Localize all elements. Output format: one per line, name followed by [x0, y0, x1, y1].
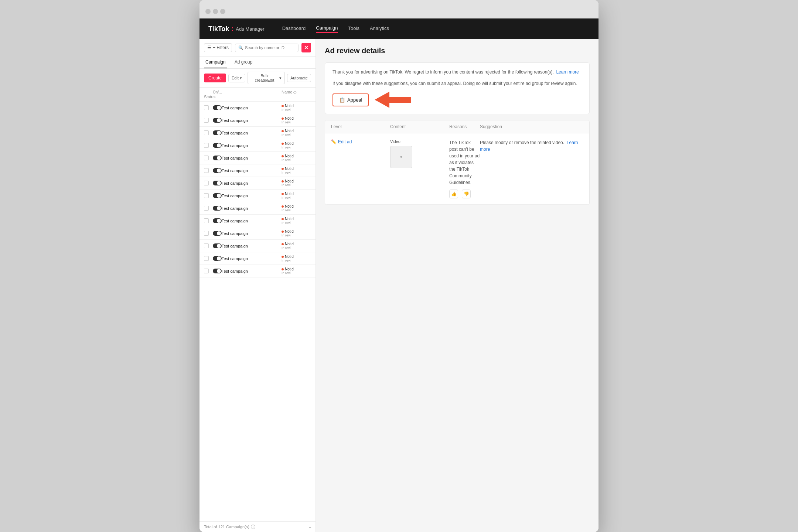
- campaign-name: Test campaign: [222, 219, 282, 223]
- bulk-chevron-icon: ▾: [279, 76, 282, 81]
- suggestion-main: Please modify or remove the related vide…: [480, 140, 564, 145]
- campaign-row[interactable]: Test campaign Not d In revi: [200, 152, 316, 164]
- row-checkbox[interactable]: [204, 118, 209, 123]
- campaign-name: Test campaign: [222, 206, 282, 211]
- row-toggle[interactable]: [213, 269, 222, 273]
- search-box[interactable]: 🔍: [235, 44, 299, 52]
- row-toggle[interactable]: [213, 168, 222, 173]
- status-cell: Not d In revi: [282, 179, 311, 187]
- row-toggle[interactable]: [213, 105, 222, 110]
- campaign-row[interactable]: Test campaign Not d In revi: [200, 227, 316, 240]
- status-review: In revi: [282, 108, 291, 112]
- status-text: Not d: [282, 204, 294, 208]
- reason-text: The TikTok post can't be used in your ad…: [449, 139, 480, 186]
- row-toggle[interactable]: [213, 143, 222, 148]
- campaign-row[interactable]: Test campaign Not d In revi: [200, 177, 316, 190]
- edit-icon: ✏️: [331, 139, 337, 144]
- row-checkbox[interactable]: [204, 156, 209, 160]
- campaign-row[interactable]: Test campaign Not d In revi: [200, 190, 316, 202]
- status-review: In revi: [282, 133, 291, 137]
- row-toggle[interactable]: [213, 118, 222, 123]
- arrow-annotation: [375, 92, 411, 108]
- row-toggle[interactable]: [213, 256, 222, 261]
- nav-campaign[interactable]: Campaign: [316, 25, 338, 33]
- row-toggle[interactable]: [213, 206, 222, 211]
- brand-logo: TikTok: Ads Manager: [208, 25, 265, 33]
- row-toggle[interactable]: [213, 218, 222, 223]
- appeal-doc-icon: 📋: [339, 97, 345, 103]
- row-checkbox[interactable]: [204, 130, 209, 135]
- campaign-row[interactable]: Test campaign Not d In revi: [200, 127, 316, 139]
- suggestion-text: Please modify or remove the related vide…: [480, 139, 583, 153]
- create-button[interactable]: Create: [204, 74, 226, 82]
- edit-button[interactable]: Edit ▾: [228, 74, 245, 82]
- review-table-header: Level Content Reasons Suggestion: [325, 120, 589, 133]
- filters-label: + Filters: [213, 45, 229, 50]
- appeal-section: 📋 Appeal: [332, 92, 582, 108]
- row-checkbox[interactable]: [204, 143, 209, 148]
- tab-campaign[interactable]: Campaign: [204, 57, 227, 68]
- row-checkbox[interactable]: [204, 193, 209, 198]
- campaign-row[interactable]: Test campaign Not d In revi: [200, 102, 316, 114]
- row-toggle[interactable]: [213, 181, 222, 185]
- main-layout: ☰ + Filters 🔍 ✕ Campaign Ad group Create…: [200, 39, 598, 532]
- status-review: In revi: [282, 120, 291, 124]
- edit-ad-link[interactable]: ✏️ Edit ad: [331, 139, 390, 144]
- th-content: Content: [390, 124, 449, 129]
- thumbup-button[interactable]: 👍: [449, 190, 458, 198]
- campaign-row[interactable]: Test campaign Not d In revi: [200, 139, 316, 152]
- campaign-row[interactable]: Test campaign Not d In revi: [200, 164, 316, 177]
- row-checkbox[interactable]: [204, 206, 209, 211]
- row-toggle[interactable]: [213, 231, 222, 236]
- status-text: Not d: [282, 116, 294, 120]
- tab-adgroup[interactable]: Ad group: [233, 57, 254, 68]
- nav-dashboard[interactable]: Dashboard: [282, 25, 306, 33]
- appeal-button[interactable]: 📋 Appeal: [332, 93, 369, 106]
- traffic-light-close: [205, 9, 211, 14]
- campaign-name: Test campaign: [222, 168, 282, 173]
- row-checkbox[interactable]: [204, 181, 209, 185]
- campaign-name: Test campaign: [222, 156, 282, 160]
- row-checkbox[interactable]: [204, 243, 209, 248]
- row-toggle[interactable]: [213, 156, 222, 160]
- campaign-name: Test campaign: [222, 106, 282, 110]
- bulk-create-button[interactable]: Bulk create/Edit ▾: [248, 72, 285, 84]
- nav-analytics[interactable]: Analytics: [370, 25, 389, 33]
- row-checkbox[interactable]: [204, 168, 209, 173]
- row-toggle[interactable]: [213, 130, 222, 135]
- filters-button[interactable]: ☰ + Filters: [204, 43, 232, 52]
- row-checkbox[interactable]: [204, 256, 209, 261]
- campaign-row[interactable]: Test campaign Not d In revi: [200, 252, 316, 265]
- automate-button[interactable]: Automate: [287, 74, 311, 82]
- campaign-row[interactable]: Test campaign Not d In revi: [200, 114, 316, 127]
- row-toggle[interactable]: [213, 243, 222, 248]
- left-panel: ☰ + Filters 🔍 ✕ Campaign Ad group Create…: [200, 39, 316, 532]
- campaign-list: Test campaign Not d In revi Test campaig…: [200, 102, 316, 521]
- campaign-name: Test campaign: [222, 143, 282, 148]
- feedback-buttons: 👍 👎: [449, 190, 480, 198]
- status-review: In revi: [282, 183, 291, 187]
- row-checkbox[interactable]: [204, 231, 209, 236]
- search-input[interactable]: [245, 45, 295, 50]
- campaign-row[interactable]: Test campaign Not d In revi: [200, 202, 316, 215]
- campaign-name: Test campaign: [222, 181, 282, 185]
- learn-more-link-1[interactable]: Learn more: [556, 69, 579, 75]
- status-cell: Not d In revi: [282, 255, 311, 262]
- nav-tools[interactable]: Tools: [348, 25, 359, 33]
- info-line1: Thank you for advertising on TikTok. We …: [332, 69, 554, 75]
- close-panel-button[interactable]: ✕: [301, 43, 311, 52]
- campaign-row[interactable]: Test campaign Not d In revi: [200, 240, 316, 252]
- row-toggle[interactable]: [213, 193, 222, 198]
- row-checkbox[interactable]: [204, 269, 209, 273]
- video-label: Video: [390, 139, 449, 144]
- row-checkbox[interactable]: [204, 105, 209, 110]
- status-text: Not d: [282, 104, 294, 108]
- tabs-row: Campaign Ad group: [200, 57, 316, 69]
- campaign-row[interactable]: Test campaign Not d In revi: [200, 265, 316, 277]
- review-table: Level Content Reasons Suggestion ✏️ Edit…: [325, 120, 590, 205]
- campaign-row[interactable]: Test campaign Not d In revi: [200, 215, 316, 227]
- thumbdown-button[interactable]: 👎: [462, 190, 471, 198]
- campaign-name: Test campaign: [222, 194, 282, 198]
- campaign-table-header: On/... Name ◇ Status: [200, 88, 316, 102]
- row-checkbox[interactable]: [204, 218, 209, 223]
